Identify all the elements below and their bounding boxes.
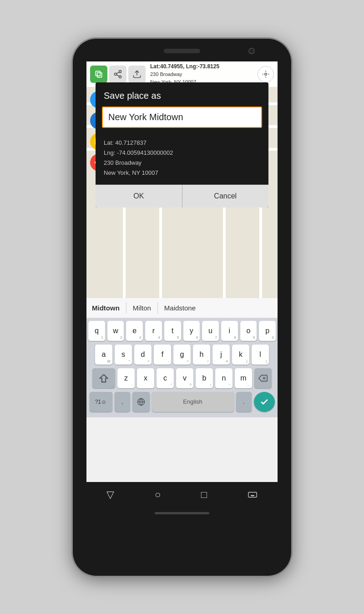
key-d[interactable]: d+ [134,345,152,365]
key-l[interactable]: l) [252,345,269,365]
svg-point-2 [119,70,121,72]
dialog-addr1: 230 Broadway [104,158,260,168]
symbols-key[interactable]: ?1☺ [90,392,112,412]
key-m[interactable]: m… [235,368,252,388]
map-address1: 230 Broadway [150,71,258,78]
key-h[interactable]: h/ [193,345,210,365]
dialog-input-wrap [102,107,262,128]
dialog-info: Lat: 40.7127837 Lng: -74.00594130000002 … [96,134,268,184]
svg-line-5 [116,75,119,76]
key-row-3: _ z: x' c" v? b! n~ m… [88,368,276,388]
key-k[interactable]: k( [232,345,249,365]
phone-home-bar [155,512,209,514]
key-s[interactable]: s* [115,345,132,365]
map-coords: Lat:40.74955, Lng:-73.8125 [150,62,258,71]
suggestion-midtown[interactable]: Midtown [92,302,126,314]
location-icon[interactable] [258,66,274,82]
suggestion-maidstone[interactable]: Maidstone [164,302,202,314]
keyboard: q1 w2 e3 r4 t5 y6 u7 i8 o9 p0 a@ s* d+ f… [86,318,278,417]
dialog-lat: Lat: 40.7127837 [104,138,260,148]
home-button[interactable]: ○ [155,489,161,501]
space-key[interactable]: English [152,392,234,412]
dialog-lng: Lng: -74.00594130000002 [104,148,260,158]
phone-camera [248,48,255,54]
key-y[interactable]: y6 [183,321,200,341]
globe-key[interactable] [132,392,150,412]
phone-screen: Lat:40.74955, Lng:-73.8125 230 Broadway … [86,61,278,507]
svg-rect-0 [97,72,102,77]
key-i[interactable]: i8 [221,321,238,341]
key-j[interactable]: j# [212,345,230,365]
key-p[interactable]: p0 [259,321,276,341]
key-b[interactable]: b! [196,368,213,388]
back-button[interactable]: ▽ [106,489,114,501]
key-u[interactable]: u7 [202,321,219,341]
shift-key[interactable]: _ [92,368,115,388]
key-g[interactable]: g= [173,345,191,365]
share-icon[interactable] [109,66,126,83]
dialog-title: Save place as [96,82,268,107]
key-n[interactable]: n~ [215,368,233,388]
ok-button[interactable]: OK [96,185,182,208]
comma-key[interactable]: , [115,392,130,412]
dialog-addr2: New York, NY 10007 [104,168,260,178]
keyboard-area: Midtown Milton Maidstone q1 w2 e3 r4 t5 … [86,298,278,507]
copy-icon[interactable] [90,66,107,83]
svg-line-6 [116,72,119,73]
key-v[interactable]: v? [176,368,193,388]
place-name-input[interactable] [102,107,262,128]
key-r[interactable]: r4 [145,321,162,341]
key-z[interactable]: z: [117,368,135,388]
nav-bar: ▽ ○ □ [86,482,278,507]
dialog-buttons: OK Cancel [96,184,268,208]
key-o[interactable]: o9 [240,321,257,341]
svg-point-3 [115,73,117,75]
key-a[interactable]: a@ [95,345,112,365]
key-q[interactable]: q1 [88,321,105,341]
key-c[interactable]: c" [157,368,174,388]
suggestions-bar: Midtown Milton Maidstone [86,298,278,318]
key-w[interactable]: w2 [107,321,124,341]
key-f[interactable]: f- [154,345,171,365]
key-e[interactable]: e3 [126,321,143,341]
upload-icon[interactable] [128,66,146,83]
keyboard-button[interactable] [248,490,258,500]
suggestion-milton[interactable]: Milton [133,302,158,314]
period-key[interactable]: . [236,392,252,412]
svg-point-4 [119,76,121,78]
phone-speaker [164,49,200,53]
save-dialog: Save place as Lat: 40.7127837 Lng: -74.0… [96,82,268,208]
backspace-key[interactable] [254,368,272,388]
enter-key[interactable] [254,392,275,412]
key-row-1: q1 w2 e3 r4 t5 y6 u7 i8 o9 p0 [88,321,276,341]
svg-rect-1 [96,71,100,76]
key-row-2: a@ s* d+ f- g= h/ j# k( l) [88,345,276,365]
phone-frame: Lat:40.74955, Lng:-73.8125 230 Broadway … [73,39,291,576]
svg-rect-18 [248,492,257,497]
recents-button[interactable]: □ [201,489,207,501]
key-row-bottom: ?1☺ , English . [88,392,276,412]
svg-point-8 [265,73,267,75]
key-t[interactable]: t5 [164,321,181,341]
phone-bottom [155,512,209,522]
key-x[interactable]: x' [137,368,154,388]
cancel-button[interactable]: Cancel [182,185,269,208]
